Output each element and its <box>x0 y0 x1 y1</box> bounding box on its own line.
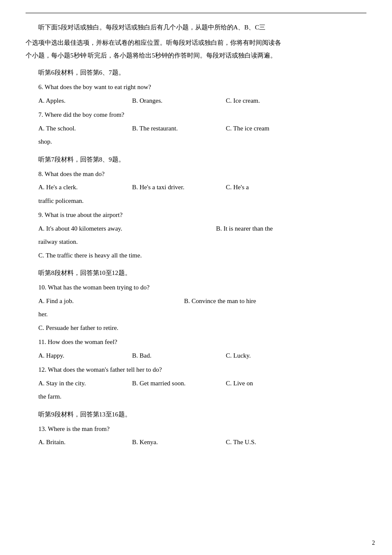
q7-option-b: B. The restaurant. <box>132 122 226 136</box>
q11-option-c: C. Lucky. <box>226 349 320 363</box>
question-8: 8. What does the man do? A. He's a clerk… <box>26 168 366 208</box>
section-7-header: 听第7段材料，回答第8、9题。 <box>38 153 366 166</box>
q12-option-b: B. Get married soon. <box>132 377 226 390</box>
intro-paragraph: 听下面5段对话或独白。每段对话或独白后有几个小题，从题中所给的A、B、C三 <box>26 21 366 34</box>
q11-option-a: A. Happy. <box>38 349 132 363</box>
intro-line2-wrap: 个选项中选出最佳选项，并标在试卷的相应位置。听每段对话或独白前，你将有时间阅读各 <box>26 36 366 49</box>
question-13: 13. Where is the man from? A. Britain. B… <box>26 422 366 449</box>
q7-option-a: A. The school. <box>38 122 132 136</box>
question-9-continuation: railway station. <box>38 235 366 249</box>
intro-line1: 听下面5段对话或独白。每段对话或独白后有几个小题，从题中所给的A、B、C三 <box>38 24 265 31</box>
q8-option-c: C. He's a <box>226 181 366 194</box>
q12-option-a: A. Stay in the city. <box>38 377 132 390</box>
question-8-continuation: traffic policeman. <box>38 194 366 208</box>
question-6: 6. What does the boy want to eat right n… <box>26 81 366 107</box>
q10-option-a: A. Find a job. <box>38 295 184 308</box>
q12-option-c: C. Live on <box>226 377 366 390</box>
question-10-continuation: her. <box>38 308 366 321</box>
q11-option-b: B. Bad. <box>132 349 226 363</box>
q6-option-a: A. Apples. <box>38 94 132 108</box>
question-9-extra: C. The traffic there is heavy all the ti… <box>38 249 366 263</box>
intro-line3-wrap: 个小题，每小题5秒钟 听完后，各小题将给出5秒钟的作答时间。每段对话或独白读两遍… <box>26 49 366 62</box>
question-6-text: 6. What does the boy want to eat right n… <box>38 81 366 94</box>
q7-option-c: C. The ice cream <box>226 122 366 136</box>
q10-option-b: B. Convince the man to hire <box>184 295 366 308</box>
question-13-text: 13. Where is the man from? <box>38 422 366 436</box>
question-13-options: A. Britain. B. Kenya. C. The U.S. <box>38 436 366 449</box>
intro-line3: 个小题，每小题5秒钟 听完后，各小题将给出5秒钟的作答时间。每段对话或独白读两遍… <box>26 52 277 59</box>
q8-option-b: B. He's a taxi driver. <box>132 181 226 194</box>
section-9-header: 听第9段材料，回答第13至16题。 <box>38 408 366 421</box>
question-12: 12. What does the woman's father tell he… <box>26 363 366 404</box>
question-11-text: 11. How does the woman feel? <box>38 335 366 349</box>
question-10: 10. What has the woman been trying to do… <box>26 281 366 335</box>
section-8-header: 听第8段材料，回答第10至12题。 <box>38 266 366 279</box>
question-7-options: A. The school. B. The restaurant. C. The… <box>38 122 366 136</box>
top-divider <box>26 13 366 13</box>
question-12-text: 12. What does the woman's father tell he… <box>38 363 366 377</box>
page-number: 2 <box>372 540 375 546</box>
question-8-text: 8. What does the man do? <box>38 168 366 181</box>
q9-option-a: A. It's about 40 kilometers away. <box>38 222 216 236</box>
q13-option-c: C. The U.S. <box>226 436 320 449</box>
question-11-options: A. Happy. B. Bad. C. Lucky. <box>38 349 366 363</box>
question-9: 9. What is true about the airport? A. It… <box>26 208 366 262</box>
question-10-extra: C. Persuade her father to retire. <box>38 321 366 335</box>
question-7-text: 7. Where did the boy come from? <box>38 108 366 122</box>
question-7: 7. Where did the boy come from? A. The s… <box>26 108 366 149</box>
q6-option-c: C. Ice cream. <box>226 94 320 108</box>
question-12-continuation: the farm. <box>38 390 366 404</box>
question-7-continuation: shop. <box>38 135 366 149</box>
q8-option-a: A. He's a clerk. <box>38 181 132 194</box>
q13-option-a: A. Britain. <box>38 436 132 449</box>
question-10-options: A. Find a job. B. Convince the man to hi… <box>38 295 366 308</box>
q9-option-b: B. It is nearer than the <box>216 222 366 236</box>
section-6-header: 听第6段材料，回答第6、7题。 <box>38 66 366 79</box>
question-9-text: 9. What is true about the airport? <box>38 208 366 222</box>
question-8-options: A. He's a clerk. B. He's a taxi driver. … <box>38 181 366 194</box>
intro-line2: 个选项中选出最佳选项，并标在试卷的相应位置。听每段对话或独白前，你将有时间阅读各 <box>26 39 281 46</box>
q6-option-b: B. Oranges. <box>132 94 226 108</box>
question-10-text: 10. What has the woman been trying to do… <box>38 281 366 295</box>
q13-option-b: B. Kenya. <box>132 436 226 449</box>
question-11: 11. How does the woman feel? A. Happy. B… <box>26 335 366 362</box>
question-12-options: A. Stay in the city. B. Get married soon… <box>38 377 366 390</box>
question-9-options: A. It's about 40 kilometers away. B. It … <box>38 222 366 236</box>
question-6-options: A. Apples. B. Oranges. C. Ice cream. <box>38 94 366 108</box>
